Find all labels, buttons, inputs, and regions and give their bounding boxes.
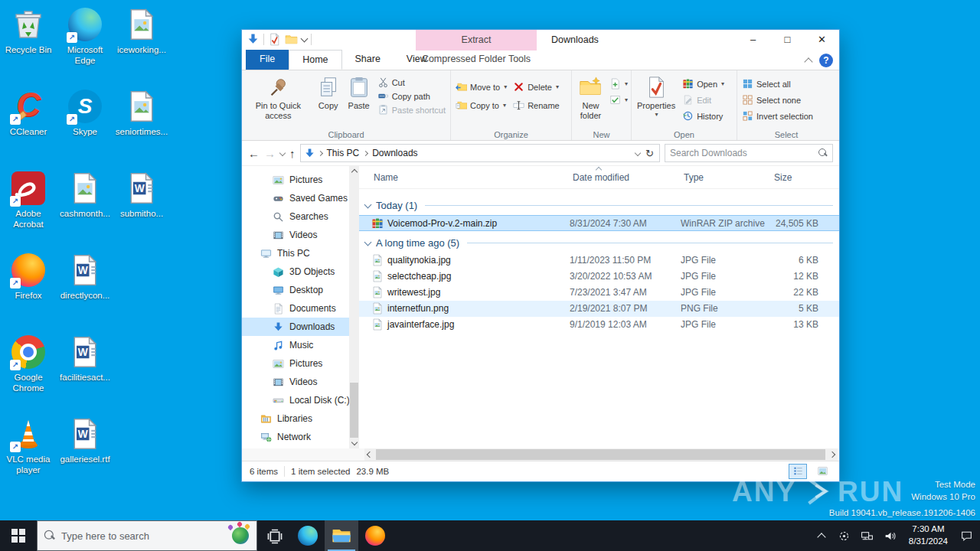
breadcrumb-this-pc[interactable]: This PC xyxy=(325,148,361,158)
forward-button[interactable]: → xyxy=(264,148,276,159)
column-header-type[interactable]: Type xyxy=(681,166,704,189)
new-folder-icon[interactable] xyxy=(285,33,298,46)
nav-item-pictures[interactable]: Pictures xyxy=(242,171,349,189)
breadcrumb[interactable]: This PC Downloads ↻ xyxy=(300,144,661,162)
desktop-icon-recycle-bin[interactable]: Recycle Bin xyxy=(0,8,57,55)
history-button[interactable]: History xyxy=(682,110,724,122)
address-dropdown-chevron-icon[interactable] xyxy=(635,150,641,156)
column-header-name[interactable]: Name xyxy=(371,166,398,189)
file-row-selectcheap-jpg[interactable]: selectcheap.jpg 3/20/2022 10:53 AM JPG F… xyxy=(359,269,839,285)
thumbnail-view-button[interactable] xyxy=(813,464,831,479)
file-row-internetfun-png[interactable]: internetfun.png 2/19/2021 8:07 PM PNG Fi… xyxy=(359,301,839,317)
desktop-icon-google-chrome[interactable]: ↗ Google Chrome xyxy=(0,335,57,394)
taskbar-search-input[interactable]: Type here to search xyxy=(37,520,257,551)
desktop-icon-submitho[interactable]: W submitho... xyxy=(113,171,170,219)
horizontal-scrollbar-thumb[interactable] xyxy=(376,449,825,460)
column-header-size[interactable]: Size xyxy=(771,166,792,189)
nav-item-videos[interactable]: Videos xyxy=(242,373,349,391)
tray-network-icon[interactable] xyxy=(857,520,878,551)
back-button[interactable]: ← xyxy=(248,148,260,159)
nav-item-libraries[interactable]: Libraries xyxy=(242,409,349,428)
group-header-today-1[interactable]: Today (1) xyxy=(364,197,833,214)
nav-item-searches[interactable]: Searches xyxy=(242,207,349,226)
nav-item-desktop[interactable]: Desktop xyxy=(242,281,349,299)
desktop-icon-adobe-acrobat[interactable]: ↗ Adobe Acrobat xyxy=(0,171,57,230)
minimize-button[interactable]: – xyxy=(736,30,770,51)
tab-home[interactable]: Home xyxy=(289,50,341,70)
extract-context-header[interactable]: Extract xyxy=(416,30,537,51)
maximize-button[interactable]: □ xyxy=(770,30,805,51)
desktop-icon-seniortimes[interactable]: seniortimes... xyxy=(113,90,170,137)
easy-access-button[interactable]: ▾ xyxy=(609,94,628,106)
downloads-folder-icon[interactable] xyxy=(247,33,260,46)
open-button[interactable]: Open▾ xyxy=(682,78,724,90)
desktop-icon-directlycon[interactable]: W directlycon... xyxy=(57,253,113,301)
breadcrumb-downloads[interactable]: Downloads xyxy=(371,148,419,158)
desktop-icon-facilitiesact[interactable]: W facilitiesact... xyxy=(57,335,113,383)
cut-button[interactable]: Cut xyxy=(377,77,446,88)
copy-to-button[interactable]: Copy to▾ xyxy=(456,99,507,111)
file-row-qualitynokia-jpg[interactable]: qualitynokia.jpg 1/11/2023 11:50 PM JPG … xyxy=(359,253,839,269)
refresh-icon[interactable]: ↻ xyxy=(643,148,656,159)
start-button[interactable] xyxy=(0,520,37,551)
nav-item-3d-objects[interactable]: 3D Objects xyxy=(242,262,349,281)
group-header-a-long-time-ago-5[interactable]: A long time ago (5) xyxy=(364,234,833,251)
close-button[interactable]: ✕ xyxy=(805,30,839,51)
copy-button[interactable]: Copy xyxy=(313,73,344,113)
paste-button[interactable]: Paste xyxy=(344,73,374,113)
nav-item-network[interactable]: Network xyxy=(242,428,349,446)
nav-scrollbar[interactable] xyxy=(349,166,359,448)
scroll-left-icon[interactable] xyxy=(364,449,375,460)
task-view-button[interactable] xyxy=(257,520,291,551)
file-row-voicemod-pro-v-2-main-zip[interactable]: Voicemod-Pro-v.2-main.zip 8/31/2024 7:30… xyxy=(359,215,839,231)
nav-item-documents[interactable]: Documents xyxy=(242,299,349,318)
search-input[interactable]: Search Downloads xyxy=(665,144,833,162)
pin-to-quick-access-button[interactable]: Pin to Quick access xyxy=(243,73,313,123)
collapse-ribbon-chevron-icon[interactable] xyxy=(804,57,812,66)
tab-file[interactable]: File xyxy=(246,50,289,70)
nav-item-this-pc[interactable]: This PC xyxy=(242,244,349,262)
desktop-icon-galleriesel-rtf[interactable]: W galleriesel.rtf xyxy=(57,417,113,465)
file-row-javainterface-jpg[interactable]: javainterface.jpg 9/1/2019 12:03 AM JPG … xyxy=(359,317,839,333)
desktop-icon-cashmonth[interactable]: cashmonth... xyxy=(57,171,113,219)
scroll-right-icon[interactable] xyxy=(827,449,838,460)
nav-item-saved-games[interactable]: Saved Games xyxy=(242,189,349,207)
taskbar-firefox-button[interactable] xyxy=(358,520,392,551)
horizontal-scrollbar[interactable] xyxy=(242,448,839,461)
tray-sandbox-agent-icon[interactable] xyxy=(834,520,855,551)
customize-qat-chevron-icon[interactable] xyxy=(301,34,309,42)
nav-scrollbar-thumb[interactable] xyxy=(350,383,358,438)
nav-item-downloads[interactable]: Downloads xyxy=(242,318,349,336)
select-none-button[interactable]: Select none xyxy=(742,94,831,106)
desktop-icon-firefox[interactable]: ↗ Firefox xyxy=(0,253,57,301)
tab-share[interactable]: Share xyxy=(342,50,394,70)
desktop-icon-vlc-media-player[interactable]: ↗ VLC media player xyxy=(0,417,57,476)
edit-button[interactable]: Edit xyxy=(682,94,724,106)
scroll-up-icon[interactable] xyxy=(349,166,359,176)
properties-icon[interactable] xyxy=(268,33,281,46)
desktop-icon-iceworking[interactable]: iceworking... xyxy=(113,8,170,55)
tab-compressed-folder-tools[interactable]: Compressed Folder Tools xyxy=(416,50,537,70)
invert-selection-button[interactable]: Invert selection xyxy=(742,110,831,122)
taskbar-edge-button[interactable] xyxy=(291,520,325,551)
select-all-button[interactable]: Select all xyxy=(742,78,831,90)
up-button[interactable]: ↑ xyxy=(289,148,296,159)
taskbar-file-explorer-button[interactable] xyxy=(325,520,358,551)
tray-volume-icon[interactable] xyxy=(880,520,901,551)
scroll-down-icon[interactable] xyxy=(349,439,359,448)
nav-item-local-disk-c[interactable]: Local Disk (C:) xyxy=(242,391,349,409)
paste-shortcut-button[interactable]: Paste shortcut xyxy=(377,104,446,116)
taskbar-clock[interactable]: 7:30 AM 8/31/2024 xyxy=(903,523,954,547)
new-item-button[interactable]: ▾ xyxy=(609,78,628,90)
desktop-icon-skype[interactable]: S↗ Skype xyxy=(57,90,113,137)
copy-path-button[interactable]: Copy path xyxy=(377,90,446,102)
nav-item-videos[interactable]: Videos xyxy=(242,226,349,244)
file-row-writewest-jpg[interactable]: writewest.jpg 7/23/2021 3:47 AM JPG File… xyxy=(359,285,839,301)
recent-locations-chevron-icon[interactable] xyxy=(279,150,286,156)
properties-button[interactable]: Properties ▾ xyxy=(633,73,679,121)
rename-button[interactable]: Rename xyxy=(513,99,560,111)
details-view-button[interactable] xyxy=(789,464,807,479)
tray-chevron-up-icon[interactable] xyxy=(811,520,832,551)
delete-button[interactable]: Delete▾ xyxy=(513,81,560,93)
move-to-button[interactable]: Move to▾ xyxy=(456,81,507,93)
